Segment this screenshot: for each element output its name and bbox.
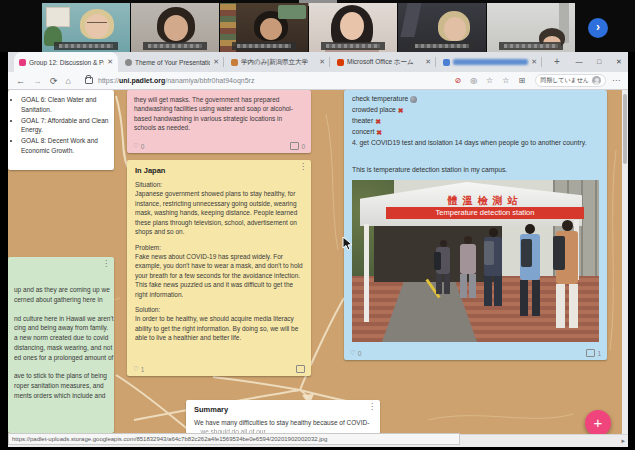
kebab-menu-icon[interactable]: ⋮ (299, 162, 307, 171)
comment-button[interactable]: 0 (290, 142, 305, 150)
card-text-line: ments orders which include and (14, 391, 110, 401)
pedestrian-part (525, 224, 535, 234)
tab-university[interactable]: 学内のみ|新潟県立大学 ✕ (226, 52, 330, 72)
card-text-line: cing and being away from family. (14, 323, 110, 333)
comment-button[interactable]: 1 (586, 349, 601, 357)
heart-count: 0 (358, 350, 362, 357)
camera-blocked-icon[interactable]: ⊘ (454, 76, 461, 85)
card-sdg-goals[interactable]: GOAL 6: Clean Water and Sanitation. GOAL… (8, 90, 114, 170)
close-tab-icon[interactable]: ✕ (107, 58, 113, 66)
heart-button[interactable]: ♡0 (133, 142, 144, 150)
menu-icon[interactable]: ⋯ (612, 76, 620, 85)
new-tab-button[interactable]: + (550, 55, 564, 69)
card-masks-handwashing[interactable]: they will get masks. The government has … (127, 90, 311, 153)
minimize-button[interactable]: — (570, 52, 588, 72)
site-favicon (443, 59, 450, 66)
pedestrian-part (484, 276, 502, 306)
card-text: they will get masks. The government has … (134, 95, 304, 133)
kebab-menu-icon[interactable]: ⋮ (368, 402, 376, 411)
participant-video[interactable] (42, 3, 130, 52)
participant-name-blurred (410, 42, 473, 50)
heart-button[interactable]: ♡0 (350, 349, 361, 357)
tab-office-home[interactable]: Microsoft Office ホーム ✕ (332, 52, 436, 72)
close-tab-icon[interactable]: ✕ (213, 58, 219, 66)
comment-button[interactable] (296, 365, 305, 373)
home-button[interactable]: ⌂ (66, 76, 71, 86)
shelf-box (278, 5, 306, 19)
participant-name-blurred (499, 42, 562, 50)
back-button[interactable]: ← (16, 76, 25, 86)
participant-face (444, 17, 466, 41)
circle-emoji-icon (410, 96, 417, 103)
vertical-scrollbar[interactable] (622, 90, 628, 434)
participant-name-blurred (232, 42, 295, 50)
card-text-line: a new norm created due to covid (14, 333, 110, 343)
heart-count: 1 (141, 366, 145, 373)
pedestrian (460, 236, 476, 298)
collections-icon[interactable]: ⊞ (518, 76, 525, 85)
avatar (592, 76, 601, 85)
pedestrian-part (460, 244, 476, 274)
card-summary[interactable]: ⋮ Summary We have many difficulties to s… (186, 400, 380, 434)
cross-emoji-icon: ✖ (376, 127, 382, 138)
card-temperature-station[interactable]: check temperature crowded place✖ theater… (344, 90, 607, 360)
comment-icon (296, 365, 305, 373)
participant-face (340, 12, 364, 40)
participant-face (164, 15, 188, 41)
next-participants-button[interactable]: › (588, 18, 608, 38)
banner-chinese: 體溫檢測站 (390, 194, 580, 208)
cross-emoji-icon: ✖ (375, 116, 381, 127)
url-field[interactable]: https://uni.padlet.org/nanamiya/bbfr0hat… (98, 77, 254, 84)
kebab-menu-icon[interactable]: ⋮ (102, 259, 110, 268)
backpack (521, 239, 532, 267)
section-text: Fake news about COVID-19 has spread wide… (135, 253, 303, 298)
tab-redacted[interactable]: ✕ (438, 52, 542, 72)
card-text-line: up and as they are coming up we (14, 285, 110, 295)
section-label: Situation: (135, 180, 303, 189)
card-in-japan[interactable]: ⋮ In Japan Situation:Japanese government… (127, 160, 311, 376)
participant-video[interactable] (309, 3, 397, 52)
participant-video[interactable] (131, 3, 219, 52)
pedestrian-part (460, 274, 476, 298)
goal-item: GOAL 7: Affordable and Clean Energy. (21, 116, 110, 136)
photo-caption: This is temperature detection station in… (352, 166, 507, 173)
tracking-prevention-icon[interactable]: ◎ (470, 76, 477, 85)
tab-theme-presentation[interactable]: Theme of Your Presentation ✕ (120, 52, 224, 72)
close-tab-icon[interactable]: ✕ (319, 58, 325, 66)
close-tab-icon[interactable]: ✕ (531, 58, 537, 66)
tab-title-blurred (453, 59, 528, 65)
tab-padlet-group12[interactable]: Group 12: Discussion & Presen ✕ (14, 52, 118, 72)
close-window-button[interactable]: ✕ (610, 52, 628, 72)
card-text-line: cerned about gathering here in (14, 295, 110, 305)
favorite-star-icon[interactable]: ☆ (486, 76, 493, 85)
favorites-bar-icon[interactable]: ☆ (502, 76, 509, 85)
card-hawaii[interactable]: ⋮ up and as they are coming up we cerned… (8, 257, 114, 433)
add-post-button[interactable]: + (585, 410, 611, 434)
scroll-right-arrow-icon[interactable]: ▸ (621, 435, 625, 447)
participant-video[interactable] (487, 3, 575, 52)
padlet-favicon (19, 59, 26, 66)
pedestrian-part (562, 220, 573, 231)
card-text-line: roper sanitation measures, and (14, 381, 110, 391)
heart-count: 0 (141, 143, 145, 150)
scrollbar-thumb[interactable] (623, 94, 627, 164)
participant-video[interactable] (220, 3, 308, 52)
profile-sync-button[interactable]: 同期していません (535, 74, 606, 87)
refresh-button[interactable]: ⟳ (50, 76, 58, 86)
heart-icon: ♡ (350, 349, 356, 357)
heart-button[interactable]: ♡1 (133, 365, 144, 373)
forward-button[interactable]: → (33, 76, 42, 86)
pedestrian-part (489, 228, 498, 237)
maximize-button[interactable]: □ (590, 52, 608, 72)
profile-sync-label: 同期していません (540, 76, 589, 85)
tab-title: 学内のみ|新潟県立大学 (241, 58, 316, 67)
site-favicon (231, 59, 238, 66)
participant-video[interactable] (398, 3, 486, 52)
section-text: Japanese government showed plans to stay… (135, 190, 297, 235)
card-text-line: distancing, mask wearing, and not (14, 343, 110, 353)
backpack (484, 241, 494, 265)
comment-count: 1 (597, 350, 601, 357)
padlet-canvas: GOAL 6: Clean Water and Sanitation. GOAL… (8, 90, 622, 434)
site-favicon (125, 59, 132, 66)
close-tab-icon[interactable]: ✕ (425, 58, 431, 66)
